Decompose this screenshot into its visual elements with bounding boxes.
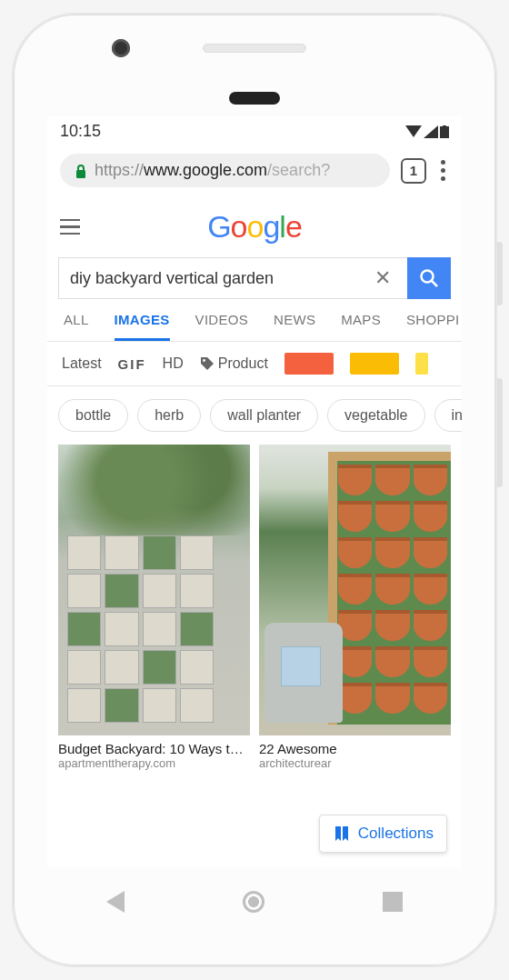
power-button: [497, 242, 503, 305]
wifi-icon: [405, 125, 422, 138]
filter-hd[interactable]: HD: [163, 355, 184, 372]
screen: 10:15 https://www.google.com/search? 1: [47, 116, 462, 867]
tab-count: 1: [410, 163, 417, 178]
pill-wall-planter[interactable]: wall planter: [210, 399, 318, 432]
search-icon: [419, 268, 439, 288]
search-input[interactable]: [70, 269, 369, 288]
filter-product[interactable]: Product: [200, 355, 268, 372]
search-box[interactable]: ✕: [58, 257, 407, 299]
tab-videos[interactable]: VIDEOS: [195, 312, 248, 341]
home-button[interactable]: [243, 891, 264, 913]
front-camera: [112, 39, 130, 57]
clock: 10:15: [60, 122, 101, 141]
pill-herb[interactable]: herb: [137, 399, 201, 432]
result-source: apartmenttherapy.com: [58, 756, 250, 770]
sensor-bar: [229, 92, 280, 105]
phone-frame: 10:15 https://www.google.com/search? 1: [12, 13, 497, 967]
pill-indoor[interactable]: indoo: [434, 399, 463, 432]
collections-label: Collections: [358, 825, 434, 843]
result-card[interactable]: Budget Backyard: 10 Ways to Use … apartm…: [58, 445, 250, 770]
volume-button: [497, 378, 503, 487]
svg-point-3: [422, 271, 434, 283]
url-protocol: https://: [95, 161, 144, 180]
filter-latest[interactable]: Latest: [62, 355, 102, 372]
clear-icon[interactable]: ✕: [369, 266, 396, 290]
recent-apps-button[interactable]: [383, 892, 403, 912]
tab-news[interactable]: NEWS: [274, 312, 315, 341]
result-title: Budget Backyard: 10 Ways to Use …: [58, 741, 250, 756]
url-bar[interactable]: https://www.google.com/search?: [60, 154, 390, 187]
browser-omnibox-row: https://www.google.com/search? 1: [47, 145, 462, 200]
pill-bottle[interactable]: bottle: [58, 399, 128, 432]
tab-all[interactable]: ALL: [64, 312, 89, 341]
tab-maps[interactable]: MAPS: [341, 312, 381, 341]
url-path: /search?: [267, 161, 330, 180]
android-nav-bar: [47, 875, 462, 929]
lock-icon: [75, 164, 87, 178]
svg-point-5: [203, 359, 205, 362]
filter-gif[interactable]: GIF: [118, 356, 146, 372]
google-header: Google: [47, 200, 462, 252]
menu-icon[interactable]: [60, 219, 80, 235]
result-thumbnail[interactable]: [259, 445, 451, 735]
url-host: www.google.com: [144, 161, 267, 180]
result-source: architecturear: [259, 756, 451, 770]
color-swatch-yellow[interactable]: [415, 353, 428, 375]
back-button[interactable]: [106, 891, 125, 913]
result-title: 22 Awesome: [259, 741, 451, 756]
status-bar: 10:15: [47, 116, 462, 145]
image-results: Budget Backyard: 10 Ways to Use … apartm…: [47, 445, 462, 770]
color-swatch-amber[interactable]: [350, 353, 399, 375]
svg-rect-2: [76, 170, 85, 178]
speaker-grille: [203, 44, 306, 53]
svg-line-4: [432, 281, 437, 286]
svg-rect-1: [443, 125, 446, 127]
signal-icon: [424, 125, 438, 138]
search-row: ✕: [58, 257, 451, 299]
color-swatch-orange[interactable]: [284, 353, 334, 375]
pill-vegetable[interactable]: vegetable: [327, 399, 424, 432]
collections-button[interactable]: Collections: [319, 815, 447, 853]
category-tabs: ALL IMAGES VIDEOS NEWS MAPS SHOPPI: [47, 299, 462, 342]
svg-rect-0: [440, 126, 449, 138]
tab-shopping[interactable]: SHOPPI: [406, 312, 459, 341]
google-logo[interactable]: Google: [207, 209, 302, 245]
result-thumbnail[interactable]: [58, 445, 250, 735]
bookmark-icon: [333, 825, 351, 843]
tab-switcher[interactable]: 1: [401, 158, 426, 184]
suggestion-pills: bottle herb wall planter vegetable indoo: [47, 386, 462, 445]
tag-icon: [200, 356, 215, 371]
image-tool-filters: Latest GIF HD Product: [47, 342, 462, 386]
overflow-menu-icon[interactable]: [437, 160, 449, 181]
search-button[interactable]: [407, 257, 451, 299]
result-card[interactable]: 22 Awesome architecturear: [259, 445, 451, 770]
status-icons: [405, 125, 449, 138]
tab-images[interactable]: IMAGES: [115, 312, 170, 341]
battery-icon: [440, 125, 449, 138]
